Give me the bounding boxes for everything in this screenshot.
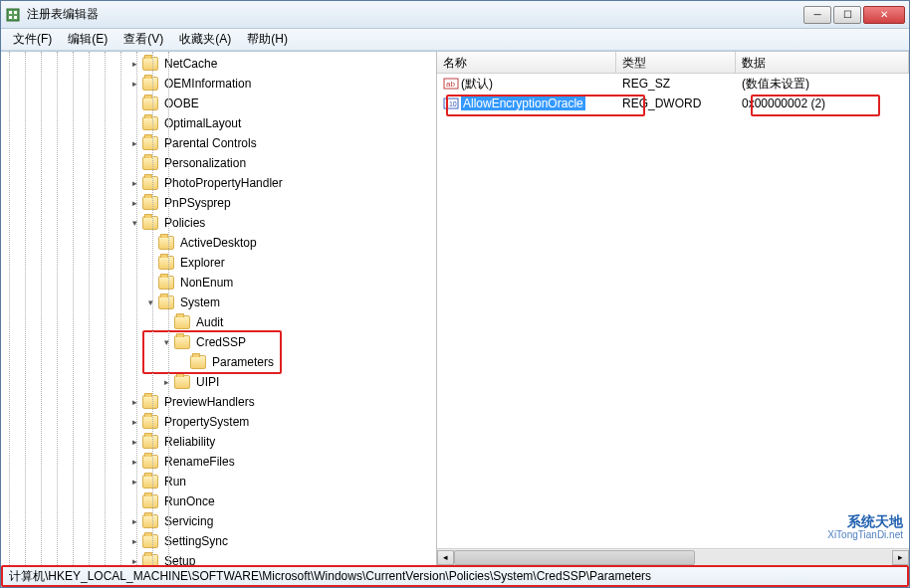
watermark-brand: 系统天地 (847, 513, 903, 529)
list-row[interactable]: 110AllowEncryptionOracleREG_DWORD0x00000… (437, 94, 909, 113)
maximize-button[interactable]: ☐ (833, 6, 861, 24)
folder-icon (174, 335, 190, 349)
tree-label: System (178, 295, 222, 309)
folder-icon (158, 295, 174, 309)
list-row[interactable]: ab(默认)REG_SZ(数值未设置) (437, 74, 909, 94)
tree-label: OptimalLayout (162, 116, 243, 130)
expand-icon[interactable]: ▸ (128, 78, 140, 90)
expand-icon[interactable]: ▸ (128, 456, 140, 468)
tree-item-nonenum[interactable]: NonEnum (1, 273, 436, 293)
expand-icon[interactable]: ▸ (128, 515, 140, 527)
menu-help[interactable]: 帮助(H) (239, 29, 296, 50)
value-type: REG_DWORD (616, 95, 736, 112)
folder-icon (142, 435, 158, 449)
scroll-track[interactable] (454, 550, 892, 565)
tree-item-setup[interactable]: ▸Setup (1, 551, 436, 565)
tree-item-pnpsysprep[interactable]: ▸PnPSysprep (1, 193, 436, 213)
tree-label: UIPI (194, 375, 221, 389)
tree-guide (136, 52, 137, 565)
expand-icon[interactable]: ▸ (128, 58, 140, 70)
tree-item-previewhandlers[interactable]: ▸PreviewHandlers (1, 392, 436, 412)
tree-item-parameters[interactable]: Parameters (1, 352, 436, 372)
watermark-url: XiTongTianDi.net (827, 529, 903, 540)
value-data: 0x00000002 (2) (736, 95, 909, 112)
tree-guide (57, 52, 58, 565)
list-hscrollbar[interactable]: ◂ ▸ (437, 548, 909, 565)
folder-icon (142, 77, 158, 91)
list-pane: 名称 类型 数据 ab(默认)REG_SZ(数值未设置)110AllowEncr… (437, 52, 909, 565)
scroll-left-button[interactable]: ◂ (437, 550, 454, 565)
tree-item-photopropertyhandler[interactable]: ▸PhotoPropertyHandler (1, 173, 436, 193)
expand-icon[interactable]: ▸ (128, 535, 140, 547)
menu-file[interactable]: 文件(F) (5, 29, 60, 50)
svg-rect-4 (14, 16, 17, 19)
tree-item-parental-controls[interactable]: ▸Parental Controls (1, 133, 436, 153)
tree-item-explorer[interactable]: Explorer (1, 253, 436, 273)
folder-icon (158, 276, 174, 290)
tree-item-reliability[interactable]: ▸Reliability (1, 432, 436, 452)
folder-icon (142, 216, 158, 230)
tree-item-renamefiles[interactable]: ▸RenameFiles (1, 452, 436, 472)
collapse-icon[interactable]: ▾ (160, 336, 172, 348)
expand-icon[interactable]: ▸ (160, 376, 172, 388)
titlebar[interactable]: 注册表编辑器 ─ ☐ ✕ (1, 1, 909, 29)
expand-icon[interactable]: ▸ (128, 416, 140, 428)
tree-guide (25, 52, 26, 565)
svg-text:ab: ab (446, 80, 455, 89)
minimize-button[interactable]: ─ (803, 6, 831, 24)
list-header: 名称 类型 数据 (437, 52, 909, 74)
list-body[interactable]: ab(默认)REG_SZ(数值未设置)110AllowEncryptionOra… (437, 74, 909, 548)
tree-item-oobe[interactable]: OOBE (1, 94, 436, 113)
expand-icon[interactable]: ▸ (128, 177, 140, 189)
folder-icon (142, 156, 158, 170)
tree-label: Reliability (162, 435, 217, 449)
expand-icon[interactable]: ▸ (128, 137, 140, 149)
collapse-icon[interactable]: ▾ (128, 217, 140, 229)
expand-icon[interactable]: ▸ (128, 396, 140, 408)
svg-text:110: 110 (445, 100, 457, 107)
tree-item-activedesktop[interactable]: ActiveDesktop (1, 233, 436, 253)
tree-label: Personalization (162, 156, 248, 170)
menu-favorites[interactable]: 收藏夹(A) (171, 29, 239, 50)
expand-icon[interactable]: ▸ (128, 436, 140, 448)
tree-label: NetCache (162, 57, 219, 71)
scroll-thumb[interactable] (454, 550, 695, 565)
tree-item-settingsync[interactable]: ▸SettingSync (1, 531, 436, 551)
tree-item-policies[interactable]: ▾Policies (1, 213, 436, 233)
tree-item-credssp[interactable]: ▾CredSSP (1, 332, 436, 352)
menu-edit[interactable]: 编辑(E) (60, 29, 115, 50)
scroll-right-button[interactable]: ▸ (892, 550, 909, 565)
col-header-name[interactable]: 名称 (437, 52, 616, 73)
folder-icon (142, 136, 158, 150)
tree-label: RunOnce (162, 494, 217, 508)
collapse-icon[interactable]: ▾ (144, 296, 156, 308)
tree-item-uipi[interactable]: ▸UIPI (1, 372, 436, 392)
tree-label: Parameters (210, 355, 276, 369)
tree-item-propertysystem[interactable]: ▸PropertySystem (1, 412, 436, 432)
window-controls: ─ ☐ ✕ (803, 6, 905, 24)
tree-item-system[interactable]: ▾System (1, 293, 436, 312)
tree-pane[interactable]: ▸NetCache▸OEMInformationOOBEOptimalLayou… (1, 52, 437, 565)
registry-editor-window: 注册表编辑器 ─ ☐ ✕ 文件(F) 编辑(E) 查看(V) 收藏夹(A) 帮助… (0, 0, 910, 588)
tree-item-runonce[interactable]: RunOnce (1, 491, 436, 511)
folder-icon (142, 97, 158, 110)
tree-item-oeminformation[interactable]: ▸OEMInformation (1, 74, 436, 94)
col-header-type[interactable]: 类型 (616, 52, 736, 73)
col-header-data[interactable]: 数据 (736, 52, 909, 73)
tree-label: PreviewHandlers (162, 395, 257, 409)
tree-item-servicing[interactable]: ▸Servicing (1, 511, 436, 531)
statusbar: 计算机\HKEY_LOCAL_MACHINE\SOFTWARE\Microsof… (1, 565, 909, 587)
expand-icon[interactable]: ▸ (128, 555, 140, 565)
expand-icon[interactable]: ▸ (128, 197, 140, 209)
close-button[interactable]: ✕ (863, 6, 905, 24)
menu-view[interactable]: 查看(V) (115, 29, 171, 50)
tree-label: Audit (194, 315, 225, 329)
tree-item-optimallayout[interactable]: OptimalLayout (1, 113, 436, 133)
tree-item-audit[interactable]: Audit (1, 312, 436, 332)
tree-item-netcache[interactable]: ▸NetCache (1, 54, 436, 74)
folder-icon (158, 256, 174, 270)
folder-icon (142, 57, 158, 71)
tree-item-personalization[interactable]: Personalization (1, 153, 436, 173)
tree-item-run[interactable]: ▸Run (1, 472, 436, 491)
expand-icon[interactable]: ▸ (128, 476, 140, 488)
